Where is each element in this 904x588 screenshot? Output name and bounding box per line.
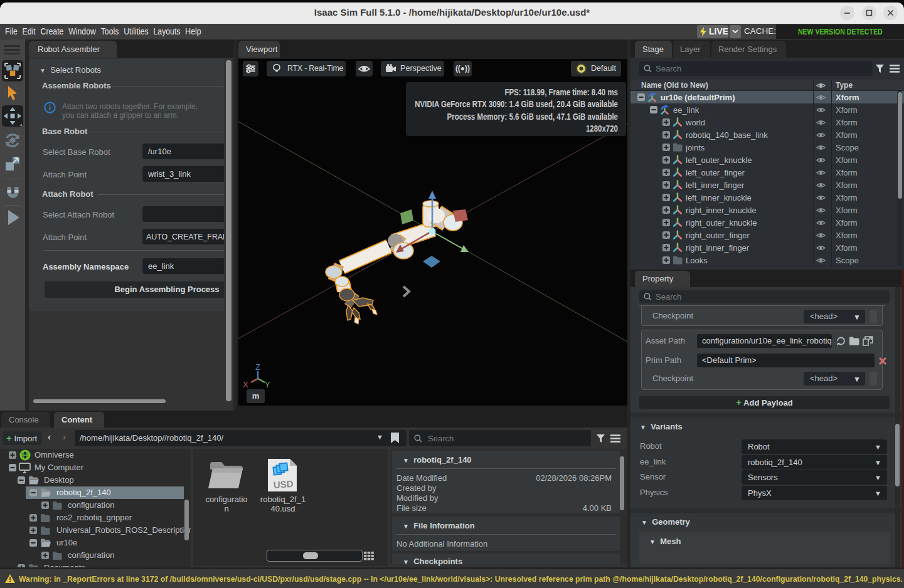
svg-text:Y: Y [265, 380, 270, 389]
svg-text:X: X [243, 380, 248, 389]
svg-text:USD: USD [273, 478, 294, 490]
svg-text:Z: Z [255, 362, 260, 372]
